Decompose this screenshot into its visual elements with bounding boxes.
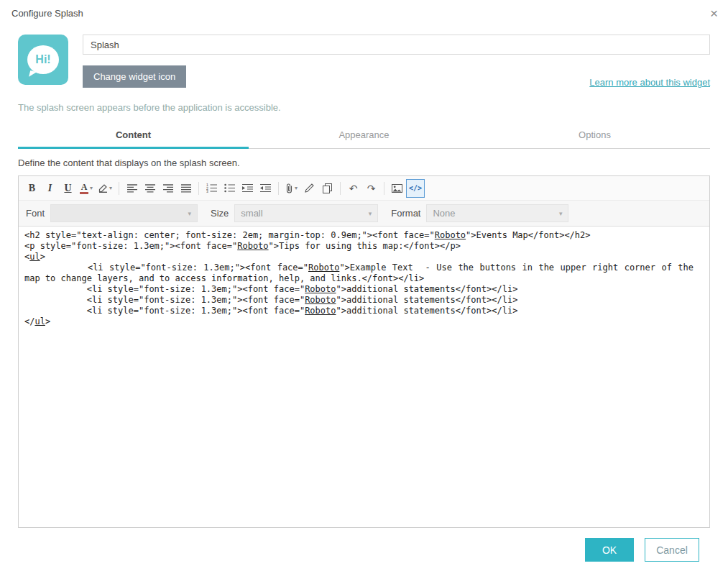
dialog-footer: OK Cancel bbox=[18, 538, 710, 562]
redo-icon: ↷ bbox=[367, 183, 376, 194]
editor-format-bar: Font ▾ Size small ▾ Format None ▾ bbox=[19, 201, 709, 227]
bold-button[interactable]: B bbox=[23, 179, 41, 198]
widget-icon: Hi! bbox=[18, 35, 68, 85]
align-right-button[interactable] bbox=[159, 179, 177, 198]
highlight-icon bbox=[98, 183, 108, 193]
chevron-down-icon: ▾ bbox=[295, 185, 298, 191]
dialog-header: Configure Splash × bbox=[0, 0, 728, 26]
outdent-button[interactable] bbox=[257, 179, 275, 198]
toolbar-separator bbox=[278, 182, 279, 195]
toolbar-separator bbox=[198, 182, 199, 195]
size-select[interactable]: small ▾ bbox=[234, 204, 378, 222]
splash-description: The splash screen appears before the app… bbox=[18, 102, 710, 113]
align-right-icon bbox=[163, 184, 173, 193]
indent-button[interactable] bbox=[239, 179, 257, 198]
chevron-down-icon: ▾ bbox=[188, 210, 191, 217]
learn-more-link[interactable]: Learn more about this widget bbox=[589, 77, 710, 88]
bold-icon: B bbox=[29, 183, 35, 194]
content-instruction: Define the content that displays on the … bbox=[18, 157, 710, 168]
speech-bubble-tail bbox=[29, 70, 37, 78]
size-select-value: small bbox=[241, 208, 262, 219]
image-icon bbox=[392, 184, 402, 193]
align-left-button[interactable] bbox=[123, 179, 141, 198]
unordered-list-icon bbox=[224, 183, 235, 193]
font-color-icon: A bbox=[80, 183, 88, 194]
copy-icon bbox=[323, 183, 332, 193]
align-justify-icon bbox=[181, 184, 191, 193]
underline-button[interactable]: U bbox=[59, 179, 77, 198]
attach-icon bbox=[285, 183, 293, 193]
ok-button[interactable]: OK bbox=[585, 538, 634, 562]
size-label: Size bbox=[211, 208, 229, 219]
widget-fields: Change widget icon Learn more about this… bbox=[83, 35, 710, 88]
undo-button[interactable]: ↶ bbox=[344, 179, 362, 198]
highlight-button[interactable]: ▾ bbox=[96, 179, 115, 198]
toolbar-separator bbox=[384, 182, 384, 195]
widget-icon-text: Hi! bbox=[35, 53, 50, 66]
dialog-title: Configure Splash bbox=[11, 8, 83, 19]
underline-icon: U bbox=[64, 183, 71, 194]
widget-actions: Change widget icon Learn more about this… bbox=[83, 65, 710, 88]
italic-button[interactable]: I bbox=[41, 179, 59, 198]
font-select[interactable]: ▾ bbox=[50, 204, 198, 222]
indent-icon bbox=[242, 183, 253, 193]
chevron-down-icon: ▾ bbox=[369, 210, 372, 217]
align-center-button[interactable] bbox=[141, 179, 159, 198]
format-select-value: None bbox=[433, 208, 455, 219]
align-justify-button[interactable] bbox=[177, 179, 195, 198]
undo-icon: ↶ bbox=[349, 183, 358, 194]
svg-text:3: 3 bbox=[206, 189, 208, 193]
unordered-list-button[interactable] bbox=[221, 179, 239, 198]
editor-toolbar: B I U A ▾ bbox=[19, 176, 709, 201]
speech-bubble-icon: Hi! bbox=[27, 45, 59, 74]
chevron-down-icon: ▾ bbox=[559, 210, 563, 217]
italic-icon: I bbox=[48, 183, 52, 194]
image-button[interactable] bbox=[388, 179, 406, 198]
html-source-icon: </> bbox=[409, 184, 422, 192]
format-select[interactable]: None ▾ bbox=[426, 204, 568, 222]
outdent-icon bbox=[260, 183, 271, 193]
tab-content[interactable]: Content bbox=[18, 124, 249, 148]
widget-header-row: Hi! Change widget icon Learn more about … bbox=[18, 35, 710, 88]
toolbar-separator bbox=[340, 182, 341, 195]
change-widget-icon-button[interactable]: Change widget icon bbox=[83, 65, 186, 88]
widget-name-input[interactable] bbox=[83, 35, 710, 55]
align-left-icon bbox=[127, 184, 137, 193]
format-paint-icon bbox=[305, 183, 314, 193]
rich-text-editor: B I U A ▾ bbox=[18, 175, 710, 528]
align-center-icon bbox=[145, 184, 155, 193]
copy-button[interactable] bbox=[318, 179, 336, 198]
tab-bar: Content Appearance Options bbox=[18, 124, 710, 149]
cancel-button[interactable]: Cancel bbox=[645, 538, 699, 562]
tab-appearance[interactable]: Appearance bbox=[249, 124, 479, 148]
chevron-down-icon: ▾ bbox=[90, 185, 93, 191]
tab-options[interactable]: Options bbox=[479, 124, 710, 148]
dialog-body: Hi! Change widget icon Learn more about … bbox=[0, 26, 728, 562]
format-paint-button[interactable] bbox=[300, 179, 318, 198]
ordered-list-icon: 123 bbox=[206, 183, 217, 193]
font-label: Font bbox=[26, 208, 45, 219]
attach-button[interactable]: ▾ bbox=[282, 179, 300, 198]
close-icon[interactable]: × bbox=[710, 6, 718, 20]
toolbar-separator bbox=[119, 182, 119, 195]
format-label: Format bbox=[391, 208, 420, 219]
ordered-list-button[interactable]: 123 bbox=[203, 179, 221, 198]
configure-splash-dialog: Configure Splash × Hi! Change widget ico… bbox=[0, 0, 728, 562]
redo-button[interactable]: ↷ bbox=[362, 179, 380, 198]
font-color-button[interactable]: A ▾ bbox=[77, 179, 96, 198]
html-source-button[interactable]: </> bbox=[406, 179, 425, 198]
editor-content[interactable]: <h2 style="text-align: center; font-size… bbox=[19, 227, 709, 527]
chevron-down-icon: ▾ bbox=[109, 185, 112, 191]
